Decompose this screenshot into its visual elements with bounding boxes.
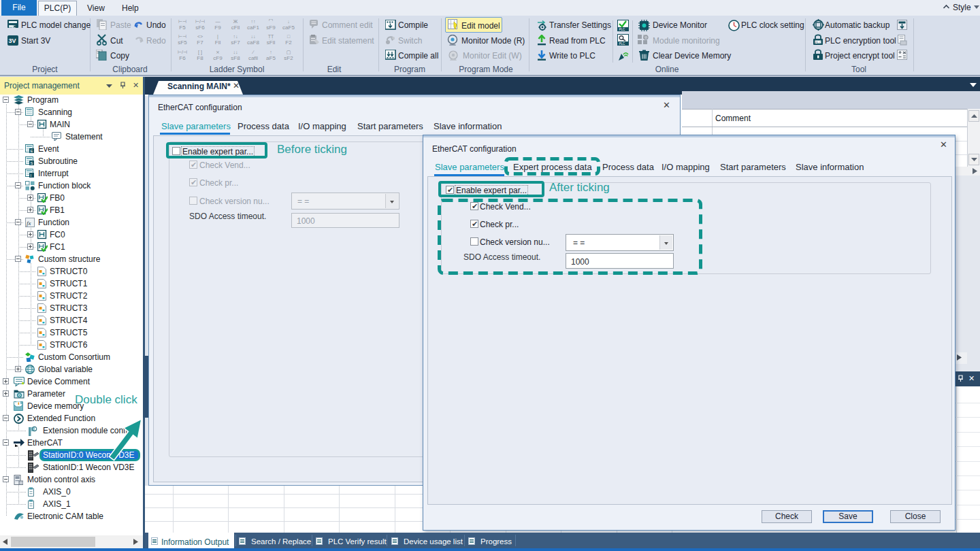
svg-text:PLC: PLC (619, 28, 626, 31)
svg-text:fx: fx (27, 220, 31, 227)
svg-text:PLC: PLC (815, 41, 821, 44)
svg-text:E: E (31, 149, 33, 153)
svg-text:S: S (31, 161, 33, 165)
svg-text:PLC: PLC (10, 25, 16, 29)
svg-text:PLC: PLC (619, 42, 626, 46)
svg-text:3V: 3V (9, 37, 16, 44)
